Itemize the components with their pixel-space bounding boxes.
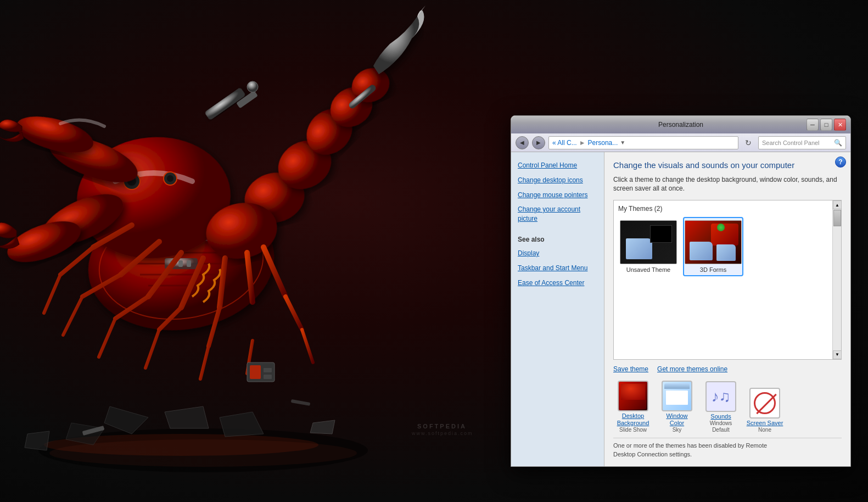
breadcrumb-persona[interactable]: Persona... [588, 139, 618, 147]
sidebar-item-change-account-picture[interactable]: Change your account picture [511, 203, 604, 226]
breadcrumb-allc[interactable]: « All C... [552, 139, 577, 147]
sidebar-item-change-mouse-pointers[interactable]: Change mouse pointers [511, 188, 604, 202]
theme-scrollbar[interactable]: ▲ ▼ [832, 200, 841, 359]
svg-text:www.softpedia.com: www.softpedia.com [411, 431, 473, 436]
scorpion-illustration: SOFTPEDIA www.softpedia.com [0, 0, 511, 494]
theme-item-unsaved[interactable]: Unsaved Theme [618, 217, 679, 276]
svg-text:SOFTPEDIA: SOFTPEDIA [417, 423, 467, 430]
desktop-background-label[interactable]: Desktop Background [617, 412, 649, 427]
sidebar-item-change-desktop-icons[interactable]: Change desktop icons [511, 174, 604, 187]
sidebar-item-display[interactable]: Display [511, 247, 604, 260]
bottom-bar: Desktop Background Slide Show Window Col… [613, 381, 842, 433]
save-theme-link[interactable]: Save theme [613, 365, 648, 373]
svg-line-39 [145, 330, 159, 368]
theme-item-3dforms[interactable]: 3D Forms [683, 217, 743, 276]
scroll-up-arrow[interactable]: ▲ [833, 200, 842, 209]
help-button[interactable]: ? [835, 157, 846, 168]
svg-line-48 [302, 330, 313, 362]
theme-grid: Unsaved Theme 3D Forms [618, 217, 837, 276]
minimize-button[interactable]: ─ [807, 119, 819, 131]
address-bar: ◀ ▶ « All C... ► Persona... ▼ ↻ Search C… [511, 133, 850, 152]
scroll-thumb[interactable] [833, 210, 841, 226]
window-body: Control Panel Home Change desktop icons … [511, 152, 850, 466]
page-description: Click a theme to change the desktop back… [613, 175, 842, 194]
svg-marker-64 [25, 431, 49, 450]
sidebar: Control Panel Home Change desktop icons … [511, 152, 604, 466]
svg-rect-26 [178, 260, 183, 267]
get-more-themes-link[interactable]: Get more themes online [657, 365, 727, 373]
svg-rect-27 [187, 260, 191, 267]
sounds-sublabel: Windows Default [710, 420, 732, 433]
screen-saver-label[interactable]: Screen Saver [747, 420, 783, 427]
svg-rect-55 [264, 375, 272, 379]
svg-line-47 [285, 297, 302, 330]
svg-rect-62 [291, 399, 311, 406]
svg-rect-54 [264, 368, 272, 372]
window-color-item[interactable]: Window Color Sky [657, 381, 697, 433]
sidebar-item-control-panel-home[interactable]: Control Panel Home [511, 159, 604, 172]
search-placeholder: Search Control Panel [762, 140, 820, 146]
maximize-button[interactable]: □ [820, 119, 832, 131]
control-panel-window: Personalization ─ □ ✕ ◀ ▶ « All C... ► P… [511, 115, 851, 467]
close-button[interactable]: ✕ [834, 119, 846, 131]
svg-line-33 [63, 297, 82, 335]
svg-marker-58 [165, 406, 209, 428]
window-color-icon-box [662, 381, 692, 411]
refresh-button[interactable]: ↻ [742, 136, 755, 149]
sounds-item[interactable]: ♪♫ Sounds Windows Default [701, 381, 741, 433]
window-controls: ─ □ ✕ [807, 119, 846, 131]
theme-links: Save theme Get more themes online [613, 363, 842, 375]
svg-marker-57 [104, 406, 148, 434]
screensaver-slash [756, 394, 776, 414]
svg-rect-53 [250, 365, 261, 379]
svg-marker-60 [220, 412, 264, 437]
desktop-background-item[interactable]: Desktop Background Slide Show [613, 381, 653, 433]
window-color-label[interactable]: Window Color [666, 412, 687, 427]
svg-point-51 [247, 81, 258, 92]
bottom-notice: One or more of the themes has been disab… [613, 438, 842, 459]
breadcrumb[interactable]: « All C... ► Persona... ▼ [548, 136, 738, 149]
scroll-down-arrow[interactable]: ▼ [833, 350, 842, 359]
themes-section-label: My Themes (2) [618, 205, 837, 213]
svg-point-18 [167, 175, 173, 182]
search-icon[interactable]: 🔍 [834, 139, 842, 147]
main-content: ? Change the visuals and sounds on your … [604, 152, 850, 466]
title-bar: Personalization ─ □ ✕ [511, 116, 850, 133]
sounds-label[interactable]: Sounds [710, 413, 731, 420]
theme-list: My Themes (2) Unsaved Theme [613, 200, 842, 360]
screen-saver-sublabel: None [758, 427, 771, 433]
theme-name-3dforms: 3D Forms [700, 266, 726, 273]
svg-line-30 [44, 275, 60, 313]
screensaver-icon-box [749, 388, 780, 419]
sounds-icon-box: ♪♫ [705, 381, 736, 412]
sidebar-item-taskbar[interactable]: Taskbar and Start Menu [511, 261, 604, 275]
breadcrumb-sep1: ► [579, 139, 586, 147]
theme-preview-unsaved [620, 220, 677, 264]
page-title: Change the visuals and sounds on your co… [613, 160, 842, 171]
breadcrumb-dropdown[interactable]: ▼ [620, 140, 625, 146]
svg-marker-63 [310, 420, 335, 434]
window-color-sublabel: Sky [673, 427, 682, 433]
theme-name-unsaved: Unsaved Theme [626, 266, 671, 273]
screensaver-circle-icon [754, 392, 776, 414]
scroll-track [833, 209, 841, 350]
window-title: Personalization [658, 121, 703, 129]
desktop-background-icon-box [618, 381, 648, 411]
svg-line-42 [200, 346, 209, 379]
forward-button[interactable]: ▶ [532, 136, 545, 149]
back-button[interactable]: ◀ [516, 136, 529, 149]
screen-saver-item[interactable]: Screen Saver None [745, 388, 785, 433]
theme-preview-3dforms [685, 220, 742, 264]
svg-line-36 [99, 319, 115, 357]
sidebar-item-ease-of-access[interactable]: Ease of Access Center [511, 276, 604, 290]
search-bar[interactable]: Search Control Panel 🔍 [758, 136, 846, 149]
desktop-background-sublabel: Slide Show [619, 427, 647, 433]
music-notes-icon: ♪♫ [712, 389, 731, 404]
see-also-label: See also [511, 231, 604, 246]
